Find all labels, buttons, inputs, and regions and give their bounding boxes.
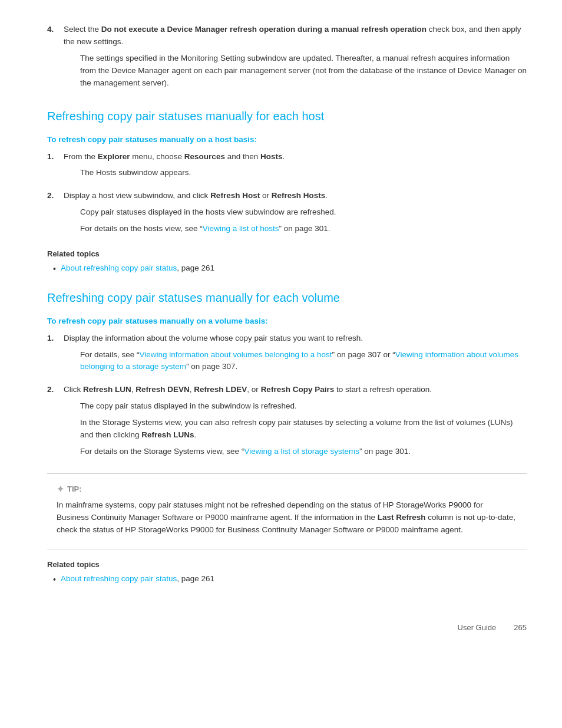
footer-page: 265 xyxy=(514,622,527,634)
step4-note: The settings specified in the Monitoring… xyxy=(80,52,527,90)
step2-number: 2. xyxy=(47,190,64,240)
page-footer: User Guide 265 xyxy=(47,622,527,634)
bullet-text2: About refreshing copy pair status, page … xyxy=(61,573,214,585)
step1-note: The Hosts subwindow appears. xyxy=(80,167,527,179)
step2-notes: Copy pair statuses displayed in the host… xyxy=(80,206,527,235)
refresh-copy-pairs-label: Refresh Copy Pairs xyxy=(261,385,335,394)
s2-step2-content: Click Refresh LUN, Refresh DEVN, Refresh… xyxy=(64,384,527,463)
tip-box: ✦ TIP: In mainframe systems, copy pair s… xyxy=(47,473,527,549)
about-refreshing-link2[interactable]: About refreshing copy pair status xyxy=(61,574,177,583)
step1-number: 1. xyxy=(47,151,64,185)
related-topics-heading2: Related topics xyxy=(47,559,527,571)
s2-step2-number: 2. xyxy=(47,384,64,463)
explorer-label: Explorer xyxy=(98,152,130,161)
step4-bold: Do not execute a Device Manager refresh … xyxy=(101,25,427,34)
bullet-dot1: • xyxy=(53,262,56,275)
step-number: 4. xyxy=(47,24,64,94)
last-refresh-label: Last Refresh xyxy=(378,513,426,522)
s2-step1-content: Display the information about the volume… xyxy=(64,332,527,378)
footer-label: User Guide xyxy=(458,622,497,634)
related-topics-heading1: Related topics xyxy=(47,248,527,260)
refresh-ldev-label: Refresh LDEV xyxy=(194,385,247,394)
refresh-lun-label: Refresh LUN xyxy=(83,385,131,394)
viewing-hosts-link[interactable]: Viewing a list of hosts xyxy=(203,224,279,233)
section1-title: Refreshing copy pair statuses manually f… xyxy=(47,107,527,126)
step-content: Select the Do not execute a Device Manag… xyxy=(64,24,527,94)
step2-content: Display a host view subwindow, and click… xyxy=(64,190,527,240)
bullet-item2: • About refreshing copy pair status, pag… xyxy=(53,573,527,586)
about-refreshing-link1[interactable]: About refreshing copy pair status xyxy=(61,263,177,272)
section1-step2: 2. Display a host view subwindow, and cl… xyxy=(47,190,527,240)
bullet-text1: About refreshing copy pair status, page … xyxy=(61,262,214,275)
hosts-label: Hosts xyxy=(260,152,283,161)
tip-icon: ✦ xyxy=(57,482,64,496)
related-topics-section2: Related topics • About refreshing copy p… xyxy=(47,559,527,587)
intro-step4: 4. Select the Do not execute a Device Ma… xyxy=(47,24,527,94)
s2-step1-note: For details, see “Viewing information ab… xyxy=(80,349,527,374)
refresh-devn-label: Refresh DEVN xyxy=(135,385,190,394)
viewing-storage-link[interactable]: Viewing a list of storage systems xyxy=(244,447,359,456)
s2-step2-notes: The copy pair status displayed in the su… xyxy=(80,400,527,458)
section1-step1: 1. From the Explorer menu, choose Resour… xyxy=(47,151,527,185)
section2-title: Refreshing copy pair statuses manually f… xyxy=(47,289,527,307)
refresh-luns-label: Refresh LUNs xyxy=(141,430,194,439)
section2-step2: 2. Click Refresh LUN, Refresh DEVN, Refr… xyxy=(47,384,527,463)
section2-step1: 1. Display the information about the vol… xyxy=(47,332,527,378)
section1-subheading: To refresh copy pair statuses manually o… xyxy=(47,134,527,146)
refresh-host-label: Refresh Host xyxy=(210,191,260,200)
step1-content: From the Explorer menu, choose Resources… xyxy=(64,151,527,185)
refresh-hosts-label: Refresh Hosts xyxy=(272,191,326,200)
tip-label: ✦ TIP: xyxy=(57,482,517,496)
section2-subheading: To refresh copy pair statuses manually o… xyxy=(47,315,527,328)
viewing-volumes-host-link[interactable]: Viewing information about volumes belong… xyxy=(140,350,332,359)
related-topics-section1: Related topics • About refreshing copy p… xyxy=(47,248,527,276)
bullet-item1: • About refreshing copy pair status, pag… xyxy=(53,262,527,275)
resources-label: Resources xyxy=(184,152,225,161)
s2-step1-number: 1. xyxy=(47,332,64,378)
bullet-dot2: • xyxy=(53,573,56,586)
